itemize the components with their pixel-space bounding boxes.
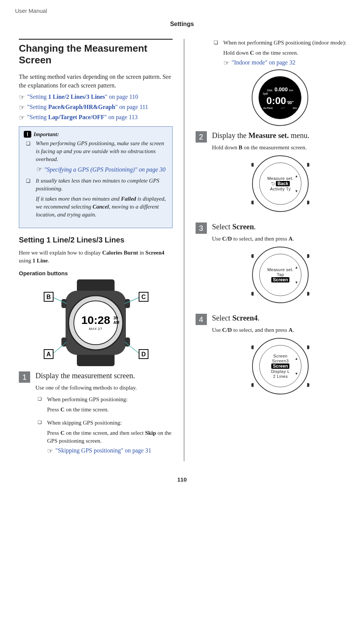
xref-text: "Indoor mode" on page 32 (232, 59, 295, 66)
important-item-1: When performing GPS positioning, make su… (36, 140, 168, 163)
step-3: 3 Select Screen. Use C/D to select, and … (212, 222, 349, 308)
section-heading: Settings (15, 21, 349, 28)
xref-text: "Skipping GPS positioning" on page 31 (55, 447, 151, 454)
up-arrow-icon: ▲ (295, 174, 298, 178)
bullet-icon: ❏ (38, 420, 42, 454)
xref-line-2[interactable]: ☞ "Setting Pace&Graph/HR&Graph" on page … (19, 104, 173, 111)
split-label: Split (263, 92, 268, 95)
pointer-icon: ☞ (223, 60, 229, 66)
important-item-2a: It usually takes less than two minutes t… (36, 177, 168, 193)
step1-i1-head: When performing GPS positioning: (47, 396, 173, 403)
fig-header: Measure set. (267, 267, 294, 272)
bullet-icon: ❏ (214, 40, 218, 66)
watch-buttons-figure: 10:28 39 AM MAY.27 B A C D (19, 279, 173, 366)
step1-i3-head: When not performing GPS positioning (ind… (223, 39, 349, 47)
screen-select-figure: Measure set. Tap ▲ Screen ▼ (212, 247, 349, 303)
fig-line4: 2 Lines (273, 374, 288, 379)
svg-text:39: 39 (113, 316, 118, 320)
svg-rect-5 (61, 299, 67, 308)
bullet-icon: ❏ (26, 140, 31, 174)
doc-type-label: User Manual (15, 8, 349, 14)
fig-sub: Activity Ty (270, 187, 291, 191)
svg-text:10:28: 10:28 (81, 314, 110, 326)
important-callout: ! Important: ❏ When performing GPS posit… (19, 126, 173, 228)
two-column-layout: Changing the Measurement Screen The sett… (15, 39, 349, 461)
time-sec: '00" (287, 101, 294, 105)
xref-skipping[interactable]: ☞ "Skipping GPS positioning" on page 31 (47, 447, 173, 454)
operation-buttons-heading: Operation buttons (19, 270, 173, 276)
step-3-body: Use C/D to select, and then press A. (212, 235, 349, 243)
step-3-title: Select Screen. (212, 222, 349, 231)
svg-text:D: D (141, 351, 146, 357)
left-column: Changing the Measurement Screen The sett… (15, 39, 173, 461)
xref-indoor[interactable]: ☞ "Indoor mode" on page 32 (223, 59, 349, 66)
step-1: 1 Display the measurement screen. Use on… (35, 371, 173, 457)
step-number-badge: 3 (196, 222, 207, 234)
step-2: 2 Display the Measure set. menu. Hold do… (212, 131, 349, 217)
xref-text: "Setting Pace&Graph/HR&Graph" on page 11… (27, 104, 148, 110)
dist-unit: km (289, 89, 293, 92)
svg-rect-6 (61, 337, 67, 347)
fig-highlight: Screen (271, 364, 289, 369)
measure-set-figure: Measure set. ▲ ⮌ Back Activity Ty ▼ (212, 155, 349, 212)
down-arrow-icon: ▼ (295, 189, 298, 193)
step-1-title: Display the measurement screen. (35, 371, 173, 380)
svg-line-16 (125, 342, 139, 353)
fig-line3: Display L (271, 369, 290, 374)
pointer-icon: ☞ (36, 166, 42, 173)
fig-header: Measure set. (267, 176, 294, 181)
fig-line1: Tap (277, 272, 284, 277)
svg-text:C: C (141, 294, 146, 300)
time-main: 0:00 (266, 95, 286, 107)
xref-line-3[interactable]: ☞ "Setting Lap/Target Pace/OFF" on page … (19, 114, 173, 121)
dist-label: Dist. (267, 89, 273, 92)
step-number-badge: 4 (196, 314, 207, 325)
svg-text:A: A (46, 351, 51, 357)
pointer-icon: ☞ (19, 104, 25, 111)
back-arrow-icon: ⮌ (271, 181, 275, 186)
fig-line1: Screen3 (272, 359, 289, 363)
step1-i2-body: Press C on the time screen, and then sel… (47, 429, 173, 445)
step1-i2-head: When skipping GPS positioning: (47, 419, 173, 427)
step1-i3-body: Hold down C on the time screen. (223, 49, 349, 57)
step-2-title: Display the Measure set. menu. (212, 131, 349, 140)
rule (19, 39, 173, 40)
svg-rect-7 (125, 299, 130, 308)
bullet-icon: ❏ (26, 178, 31, 221)
xref-line-1[interactable]: ☞ "Setting 1 Line/2 Lines/3 Lines" on pa… (19, 94, 173, 101)
pointer-icon: ☞ (47, 448, 53, 454)
pointer-icon: ☞ (19, 114, 25, 121)
step-1-body: Use one of the following methods to disp… (35, 384, 173, 392)
xref-text: "Setting Lap/Target Pace/OFF" on page 11… (27, 114, 138, 121)
pace-unit: /km (293, 107, 297, 109)
xref-gps[interactable]: ☞ "Specifying a GPS (GPS Positioning)" o… (36, 166, 168, 174)
intro-text: The setting method varies depending on t… (19, 73, 173, 90)
page-number: 110 (15, 476, 349, 483)
step-4-body: Use C/D to select, and then press A. (212, 326, 349, 334)
subsection-intro: Here we will explain how to display Calo… (19, 249, 173, 265)
right-column: ❏ When not performing GPS positioning (i… (196, 39, 349, 461)
fig-highlight: Screen (271, 277, 289, 282)
column-divider (184, 39, 184, 461)
step-number-badge: 1 (19, 371, 30, 383)
step-number-badge: 2 (196, 131, 207, 143)
step-4: 4 Select Screen4. Use C/D to select, and… (212, 314, 349, 400)
svg-rect-8 (125, 337, 130, 347)
step1-i1-body: Press C on the time screen. (47, 406, 173, 414)
down-arrow-icon: ▼ (295, 372, 298, 376)
pointer-icon: ☞ (19, 94, 25, 101)
important-label: Important: (34, 130, 59, 138)
down-arrow-icon: ▼ (295, 281, 298, 284)
up-arrow-icon: ▲ (295, 357, 298, 360)
screen4-select-figure: Screen Screen3 ▲ Screen Display L ▼ 2 Li… (212, 338, 349, 394)
step-4-title: Select Screen4. (212, 314, 349, 322)
dark-watch-figure: Dist. 0.000 km Split 0:00 '00" Av.Pace -… (211, 69, 349, 126)
important-item-2b: If it takes more than two minutes and Fa… (36, 195, 168, 219)
fig-header: Screen (273, 354, 288, 358)
svg-text:MAY.27: MAY.27 (89, 327, 102, 331)
pace-value: -'--" (281, 107, 285, 109)
bullet-icon: ❏ (38, 396, 42, 416)
xref-text: "Setting 1 Line/2 Lines/3 Lines" on page… (27, 94, 138, 100)
svg-text:B: B (46, 294, 51, 300)
dist-value: 0.000 (274, 86, 288, 92)
